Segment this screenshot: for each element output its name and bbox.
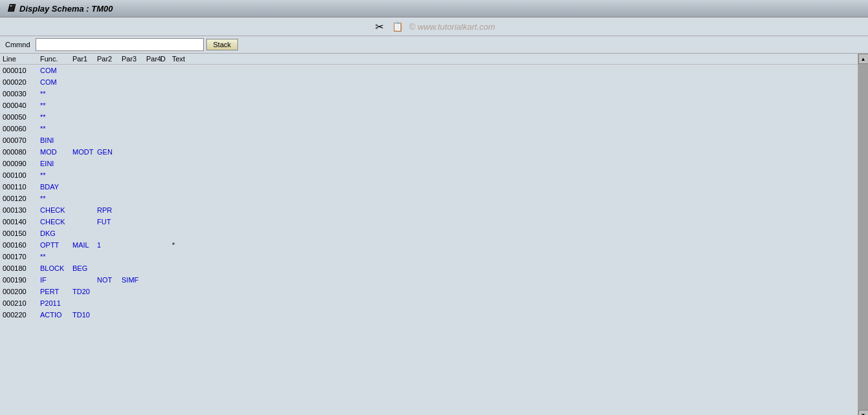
col-header-par4: Par4 [146,55,160,63]
table-row[interactable]: 000090 EINI [0,158,858,169]
cell-line: 000040 [3,101,40,109]
cell-line: 000120 [3,195,40,202]
col-header-line: Line [3,55,40,63]
cell-line: 000190 [3,276,40,284]
cell-func: ** [40,125,72,133]
table-row[interactable]: 000070 BINI [0,134,858,146]
table-row[interactable]: 000170 ** [0,251,858,262]
cell-line: 000070 [3,136,40,144]
cell-func: P2011 [40,299,72,307]
table-row[interactable]: 000110 BDAY [0,181,858,193]
cell-func: ** [40,90,72,98]
table-row[interactable]: 000100 ** [0,169,858,181]
col-header-par1: Par1 [72,55,97,63]
cell-line: 000110 [3,183,40,191]
cell-par1: TD10 [72,311,97,319]
cell-line: 000020 [3,78,40,86]
cell-func: IF [40,276,72,284]
cell-line: 000050 [3,113,40,121]
table-row[interactable]: 000220 ACTIO TD10 [0,309,858,321]
cell-line: 000010 [3,67,40,74]
col-header-text: Text [172,55,237,63]
cell-func: PERT [40,288,72,295]
table-row[interactable]: 000010 COM [0,65,858,76]
toolbar-logo: © www.tutorialkart.com [409,22,495,32]
rows-container: 000010 COM 000020 COM 000030 ** [0,65,858,321]
col-header-par2: Par2 [97,55,122,63]
table-row[interactable]: 000050 ** [0,111,858,123]
column-headers: Line Func. Par1 Par2 Par3 Par4 D Text [0,54,858,65]
cell-text: * [172,241,858,249]
cell-par2: RPR [97,206,122,214]
command-label: Cmmnd [5,41,30,48]
cell-line: 000220 [3,311,40,319]
table-row[interactable]: 000140 CHECK FUT [0,216,858,228]
cell-func: ** [40,101,72,109]
stack-button[interactable]: Stack [206,39,239,50]
cell-line: 000150 [3,229,40,237]
cell-line: 000210 [3,299,40,307]
cell-func: ** [40,253,72,261]
cell-func: COM [40,78,72,86]
col-header-par3: Par3 [122,55,146,63]
table-row[interactable]: 000080 MOD MODT GEN [0,146,858,158]
cell-line: 000080 [3,148,40,156]
cell-func: BLOCK [40,264,72,272]
cell-par2: FUT [97,218,122,226]
title-bar: 🖥 Display Schema : TM00 [0,0,868,17]
cell-line: 000060 [3,125,40,133]
title-icon: 🖥 [5,3,16,14]
cell-line: 000180 [3,264,40,272]
table-row[interactable]: 000150 DKG [0,228,858,239]
right-scrollbar[interactable]: ▲ ▼ [858,54,868,415]
col-header-func: Func. [40,55,72,63]
table-row[interactable]: 000030 ** [0,88,858,100]
table-row[interactable]: 000200 PERT TD20 [0,286,858,297]
cell-func: OPTT [40,241,72,249]
table-row[interactable]: 000190 IF NOT SIMF [0,274,858,286]
table-row[interactable]: 000020 COM [0,76,858,88]
cell-func: ACTIO [40,311,72,319]
cell-par2: NOT [97,276,122,284]
command-bar: Cmmnd Stack [0,36,868,54]
cell-func: CHECK [40,206,72,214]
table-row[interactable]: 000060 ** [0,123,858,134]
cell-par1: MODT [72,148,97,156]
cell-par1: TD20 [72,288,97,295]
cell-func: CHECK [40,218,72,226]
command-input[interactable] [36,38,204,51]
main-layout: Line Func. Par1 Par2 Par3 Par4 D Text 00… [0,54,868,415]
table-row[interactable]: 000120 ** [0,193,858,204]
table-row[interactable]: 000130 CHECK RPR [0,204,858,216]
col-header-d: D [160,55,172,63]
cell-par1: MAIL [72,241,97,249]
toolbar: ✂ 📋 © www.tutorialkart.com [0,17,868,36]
cell-line: 000140 [3,218,40,226]
toolbar-icon-right[interactable]: 📋 [391,20,404,33]
cell-line: 000100 [3,171,40,179]
cell-func: ** [40,195,72,202]
cell-func: ** [40,113,72,121]
toolbar-icon-left[interactable]: ✂ [373,20,385,33]
table-row[interactable]: 000180 BLOCK BEG [0,262,858,274]
table-row[interactable]: 000040 ** [0,100,858,111]
cell-line: 000160 [3,241,40,249]
content-area[interactable]: Line Func. Par1 Par2 Par3 Par4 D Text 00… [0,54,858,415]
scroll-up-arrow[interactable]: ▲ [858,54,869,64]
cell-func: DKG [40,229,72,237]
cell-line: 000130 [3,206,40,214]
cell-func: EINI [40,160,72,167]
cell-func: BDAY [40,183,72,191]
table-row[interactable]: 000160 OPTT MAIL 1 * [0,239,858,251]
cell-func: ** [40,171,72,179]
cell-func: MOD [40,148,72,156]
cell-func: COM [40,67,72,74]
table-row[interactable]: 000210 P2011 [0,297,858,309]
cell-line: 000090 [3,160,40,167]
cell-line: 000170 [3,253,40,261]
scroll-track[interactable] [858,64,869,410]
cell-line: 000030 [3,90,40,98]
cell-par3: SIMF [122,276,146,284]
scroll-down-arrow[interactable]: ▼ [858,410,869,415]
cell-par2: GEN [97,148,122,156]
